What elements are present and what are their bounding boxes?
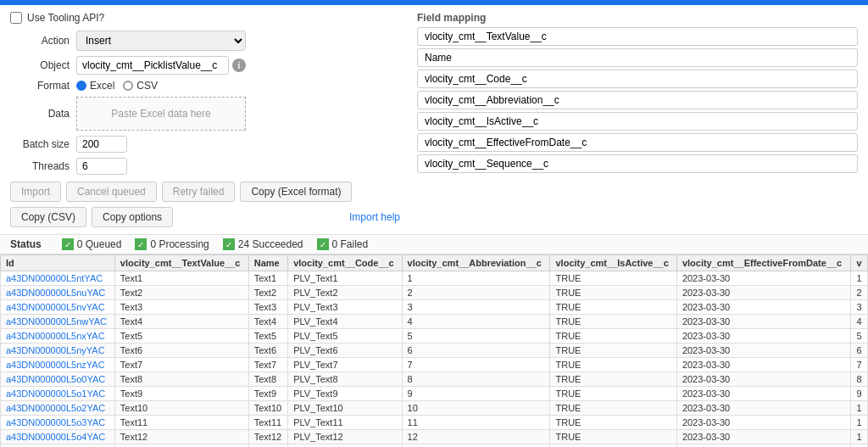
cell-abbr: 10 bbox=[402, 401, 550, 416]
cell-v: 3 bbox=[851, 300, 868, 315]
cell-id: a43DN000000L5o4YAC bbox=[1, 430, 115, 444]
cell-text: Text10 bbox=[114, 401, 248, 416]
col-abbr: vlocity_cmt__Abbreviation__c bbox=[402, 255, 550, 271]
cell-text: Text3 bbox=[114, 300, 248, 315]
retry-failed-button[interactable]: Retry failed bbox=[162, 182, 236, 202]
cell-active: TRUE bbox=[550, 300, 676, 315]
cell-name: Text8 bbox=[248, 372, 287, 387]
object-input[interactable] bbox=[76, 56, 229, 75]
copy-excel-button[interactable]: Copy (Excel format) bbox=[240, 182, 352, 202]
info-icon[interactable]: i bbox=[232, 59, 246, 72]
field-mapping-label: Field mapping bbox=[417, 12, 858, 24]
failed-status: 0 Failed bbox=[317, 238, 369, 250]
action-label: Action bbox=[10, 35, 70, 47]
mapping-field-5[interactable] bbox=[417, 112, 858, 131]
cell-date: 2023-03-30 bbox=[676, 372, 851, 387]
col-id: Id bbox=[1, 255, 115, 271]
cell-code: PLV_Text7 bbox=[288, 358, 402, 372]
cell-code: PLV_Text8 bbox=[288, 372, 402, 387]
table-row: a43DN000000L5nzYAC Text7 Text7 PLV_Text7… bbox=[1, 358, 868, 372]
cell-active: TRUE bbox=[550, 401, 676, 416]
csv-radio-dot bbox=[123, 81, 133, 91]
cell-name: Text10 bbox=[248, 401, 287, 416]
data-table-container[interactable]: Id vlocity_cmt__TextValue__c Name vlocit… bbox=[0, 254, 868, 447]
cell-code: PLV_Text11 bbox=[288, 416, 402, 430]
cell-name: Text1 bbox=[248, 271, 287, 286]
mapping-field-7[interactable] bbox=[417, 154, 858, 173]
copy-csv-button[interactable]: Copy (CSV) bbox=[10, 207, 86, 227]
cancel-queued-button[interactable]: Cancel queued bbox=[66, 182, 157, 202]
import-help-link[interactable]: Import help bbox=[349, 211, 400, 223]
table-row: a43DN000000L5o1YAC Text9 Text9 PLV_Text9… bbox=[1, 387, 868, 401]
threads-input[interactable] bbox=[76, 158, 127, 175]
id-link[interactable]: a43DN000000L5nyYAC bbox=[6, 345, 105, 355]
id-link[interactable]: a43DN000000L5o0YAC bbox=[6, 374, 105, 384]
id-link[interactable]: a43DN000000L5o1YAC bbox=[6, 388, 105, 399]
cell-code: PLV_Text1 bbox=[288, 271, 402, 286]
paste-placeholder: Paste Excel data here bbox=[111, 108, 210, 120]
table-row: a43DN000000L5o5YAC Text13 Text13 PLV_Tex… bbox=[1, 444, 868, 448]
id-link[interactable]: a43DN000000L5o4YAC bbox=[6, 432, 105, 442]
copy-options-button[interactable]: Copy options bbox=[92, 207, 173, 227]
queued-status: 0 Queued bbox=[62, 238, 122, 250]
object-label: Object bbox=[10, 59, 70, 71]
id-link[interactable]: a43DN000000L5nvYAC bbox=[6, 302, 105, 312]
cell-name: Text2 bbox=[248, 286, 287, 300]
cell-abbr: 4 bbox=[402, 315, 550, 329]
data-paste-area[interactable]: Paste Excel data here bbox=[76, 97, 246, 131]
col-name: Name bbox=[248, 255, 287, 271]
cell-text: Text2 bbox=[114, 286, 248, 300]
cell-date: 2023-03-30 bbox=[676, 430, 851, 444]
table-row: a43DN000000L5nuYAC Text2 Text2 PLV_Text2… bbox=[1, 286, 868, 300]
tooling-api-label: Use Tooling API? bbox=[27, 12, 104, 24]
cell-date: 2023-03-30 bbox=[676, 286, 851, 300]
cell-v: 5 bbox=[851, 329, 868, 344]
status-bar: Status 0 Queued 0 Processing 24 Succeede… bbox=[0, 235, 868, 254]
data-label: Data bbox=[10, 108, 70, 120]
cell-v: 1 bbox=[851, 430, 868, 444]
cell-text: Text9 bbox=[114, 387, 248, 401]
id-link[interactable]: a43DN000000L5nxYAC bbox=[6, 331, 105, 341]
cell-active: TRUE bbox=[550, 444, 676, 448]
id-link[interactable]: a43DN000000L5o3YAC bbox=[6, 417, 105, 427]
failed-check-icon bbox=[317, 238, 329, 250]
cell-abbr: 12 bbox=[402, 430, 550, 444]
cell-code: PLV_Text13 bbox=[288, 444, 402, 448]
cell-code: PLV_Text4 bbox=[288, 315, 402, 329]
cell-id: a43DN000000L5nwYAC bbox=[1, 315, 115, 329]
format-csv-option[interactable]: CSV bbox=[123, 80, 158, 92]
cell-name: Text13 bbox=[248, 444, 287, 448]
cell-abbr: 11 bbox=[402, 416, 550, 430]
cell-abbr: 3 bbox=[402, 300, 550, 315]
id-link[interactable]: a43DN000000L5o2YAC bbox=[6, 403, 105, 413]
batch-input[interactable] bbox=[76, 136, 127, 153]
cell-text: Text8 bbox=[114, 372, 248, 387]
id-link[interactable]: a43DN000000L5nzYAC bbox=[6, 360, 105, 370]
mapping-field-4[interactable] bbox=[417, 91, 858, 109]
id-link[interactable]: a43DN000000L5nwYAC bbox=[6, 316, 107, 327]
table-row: a43DN000000L5nyYAC Text6 Text6 PLV_Text6… bbox=[1, 344, 868, 358]
id-link[interactable]: a43DN000000L5ntYAC bbox=[6, 273, 103, 283]
mapping-field-1[interactable] bbox=[417, 27, 858, 46]
id-link[interactable]: a43DN000000L5nuYAC bbox=[6, 288, 105, 298]
cell-date: 2023-03-30 bbox=[676, 329, 851, 344]
data-table: Id vlocity_cmt__TextValue__c Name vlocit… bbox=[0, 254, 868, 447]
cell-id: a43DN000000L5nuYAC bbox=[1, 286, 115, 300]
cell-active: TRUE bbox=[550, 271, 676, 286]
mapping-field-2[interactable] bbox=[417, 48, 858, 67]
format-excel-option[interactable]: Excel bbox=[76, 80, 114, 92]
tooling-api-checkbox[interactable] bbox=[10, 12, 22, 24]
cell-abbr: 8 bbox=[402, 372, 550, 387]
cell-name: Text11 bbox=[248, 416, 287, 430]
cell-date: 2023-03-30 bbox=[676, 344, 851, 358]
mapping-field-6[interactable] bbox=[417, 133, 858, 152]
cell-id: a43DN000000L5nzYAC bbox=[1, 358, 115, 372]
failed-count: 0 Failed bbox=[332, 238, 369, 250]
cell-abbr: 6 bbox=[402, 344, 550, 358]
action-select[interactable]: Insert Update Upsert Delete bbox=[76, 31, 246, 51]
import-button[interactable]: Import bbox=[10, 182, 61, 202]
cell-code: PLV_Text6 bbox=[288, 344, 402, 358]
cell-text: Text7 bbox=[114, 358, 248, 372]
threads-label: Threads bbox=[10, 160, 70, 172]
mapping-field-3[interactable] bbox=[417, 70, 858, 88]
